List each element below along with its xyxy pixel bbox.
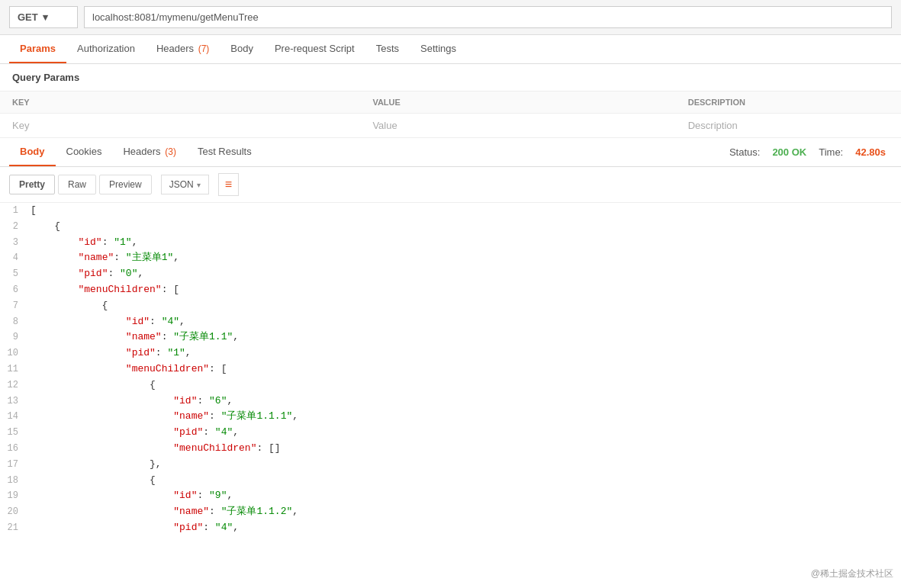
code-line: 2 { bbox=[0, 219, 901, 235]
code-line: 10 "pid": "1", bbox=[0, 345, 901, 361]
status-label: Status: bbox=[729, 146, 760, 158]
code-area: 1[2 {3 "id": "1",4 "name": "主菜单1",5 "pid… bbox=[0, 203, 901, 536]
url-bar: GET ▾ bbox=[0, 0, 901, 35]
tab-tests[interactable]: Tests bbox=[365, 35, 410, 63]
line-number: 8 bbox=[0, 314, 31, 329]
line-content: { bbox=[31, 219, 901, 235]
line-content: "pid": "0", bbox=[31, 266, 901, 282]
line-content: [ bbox=[31, 203, 901, 219]
line-content: "id": "4", bbox=[31, 314, 901, 330]
line-content: { bbox=[31, 298, 901, 314]
tab-body[interactable]: Body bbox=[220, 35, 264, 63]
response-tab-body[interactable]: Body bbox=[9, 138, 56, 166]
line-number: 13 bbox=[0, 394, 31, 409]
line-number: 1 bbox=[0, 203, 31, 218]
code-line: 3 "id": "1", bbox=[0, 235, 901, 251]
code-line: 11 "menuChildren": [ bbox=[0, 361, 901, 378]
line-number: 7 bbox=[0, 298, 31, 313]
line-content: "id": "9", bbox=[31, 488, 901, 504]
line-number: 2 bbox=[0, 219, 31, 234]
line-content: "pid": "4", bbox=[31, 425, 901, 441]
line-number: 14 bbox=[0, 409, 31, 424]
url-input[interactable] bbox=[84, 6, 892, 28]
table-row: Key Value Description bbox=[0, 114, 901, 138]
line-content: "menuChildren": [ bbox=[31, 282, 901, 298]
line-content: "name": "子菜单1.1.2", bbox=[31, 504, 901, 520]
line-content: "menuChildren": [ bbox=[31, 361, 901, 378]
line-content: "menuChildren": [] bbox=[31, 441, 901, 457]
response-tab-headers[interactable]: Headers (3) bbox=[112, 138, 186, 166]
line-content: "id": "1", bbox=[31, 235, 901, 251]
code-line: 1[ bbox=[0, 203, 901, 219]
wrap-button[interactable]: ≡ bbox=[218, 173, 239, 196]
tab-params[interactable]: Params bbox=[9, 35, 66, 63]
line-content: "pid": "4", bbox=[31, 520, 901, 536]
code-line: 13 "id": "6", bbox=[0, 394, 901, 410]
code-line: 18 { bbox=[0, 473, 901, 489]
col-header-desc: DESCRIPTION bbox=[676, 92, 901, 114]
line-content: }, bbox=[31, 457, 901, 473]
code-line: 9 "name": "子菜单1.1", bbox=[0, 329, 901, 345]
method-select[interactable]: GET ▾ bbox=[9, 6, 78, 28]
format-pretty-button[interactable]: Pretty bbox=[9, 175, 55, 194]
line-number: 15 bbox=[0, 425, 31, 440]
time-label: Time: bbox=[819, 146, 843, 158]
format-raw-button[interactable]: Raw bbox=[58, 175, 96, 194]
code-line: 17 }, bbox=[0, 457, 901, 473]
query-params-title: Query Params bbox=[0, 64, 901, 91]
line-number: 3 bbox=[0, 235, 31, 250]
line-content: { bbox=[31, 378, 901, 394]
response-tab-test-results[interactable]: Test Results bbox=[187, 138, 262, 166]
line-number: 16 bbox=[0, 441, 31, 456]
col-header-key: KEY bbox=[0, 92, 360, 114]
code-line: 20 "name": "子菜单1.1.2", bbox=[0, 504, 901, 520]
line-number: 11 bbox=[0, 361, 31, 377]
code-line: 6 "menuChildren": [ bbox=[0, 282, 901, 298]
code-line: 21 "pid": "4", bbox=[0, 520, 901, 536]
line-number: 18 bbox=[0, 473, 31, 488]
response-tabs-left: Body Cookies Headers (3) Test Results bbox=[9, 138, 262, 166]
line-content: { bbox=[31, 473, 901, 489]
code-line: 14 "name": "子菜单1.1.1", bbox=[0, 409, 901, 425]
line-number: 17 bbox=[0, 457, 31, 472]
format-chevron: ▾ bbox=[197, 181, 201, 189]
col-header-value: VALUE bbox=[360, 92, 675, 114]
code-line: 16 "menuChildren": [] bbox=[0, 441, 901, 457]
line-content: "id": "6", bbox=[31, 394, 901, 410]
param-key-cell[interactable]: Key bbox=[0, 114, 360, 138]
status-value: 200 OK bbox=[772, 146, 806, 158]
method-chevron: ▾ bbox=[43, 11, 48, 23]
format-preview-button[interactable]: Preview bbox=[99, 175, 152, 194]
method-label: GET bbox=[18, 11, 38, 23]
response-tabs-bar: Body Cookies Headers (3) Test Results St… bbox=[0, 138, 901, 167]
tab-prerequest[interactable]: Pre-request Script bbox=[264, 35, 365, 63]
format-bar: Pretty Raw Preview JSON ▾ ≡ bbox=[0, 167, 901, 203]
line-number: 6 bbox=[0, 282, 31, 297]
code-line: 15 "pid": "4", bbox=[0, 425, 901, 441]
line-number: 5 bbox=[0, 266, 31, 281]
code-line: 5 "pid": "0", bbox=[0, 266, 901, 282]
code-line: 8 "id": "4", bbox=[0, 314, 901, 330]
format-type-dropdown[interactable]: JSON ▾ bbox=[161, 175, 209, 194]
time-value: 42.80s bbox=[855, 146, 886, 158]
line-number: 20 bbox=[0, 504, 31, 519]
line-number: 4 bbox=[0, 250, 31, 265]
line-number: 21 bbox=[0, 520, 31, 535]
line-content: "name": "子菜单1.1", bbox=[31, 329, 901, 345]
line-number: 9 bbox=[0, 329, 31, 345]
line-content: "name": "子菜单1.1.1", bbox=[31, 409, 901, 425]
param-desc-cell[interactable]: Description bbox=[676, 114, 901, 138]
params-table: KEY VALUE DESCRIPTION Key Value Descript… bbox=[0, 91, 901, 138]
code-line: 19 "id": "9", bbox=[0, 488, 901, 504]
tab-authorization[interactable]: Authorization bbox=[66, 35, 146, 63]
line-number: 12 bbox=[0, 378, 31, 393]
tab-settings[interactable]: Settings bbox=[410, 35, 467, 63]
param-value-cell[interactable]: Value bbox=[360, 114, 675, 138]
line-number: 19 bbox=[0, 488, 31, 503]
code-line: 7 { bbox=[0, 298, 901, 314]
line-content: "name": "主菜单1", bbox=[31, 250, 901, 266]
tab-headers[interactable]: Headers (7) bbox=[146, 35, 220, 63]
response-tab-cookies[interactable]: Cookies bbox=[56, 138, 113, 166]
line-content: "pid": "1", bbox=[31, 345, 901, 361]
code-line: 12 { bbox=[0, 378, 901, 394]
